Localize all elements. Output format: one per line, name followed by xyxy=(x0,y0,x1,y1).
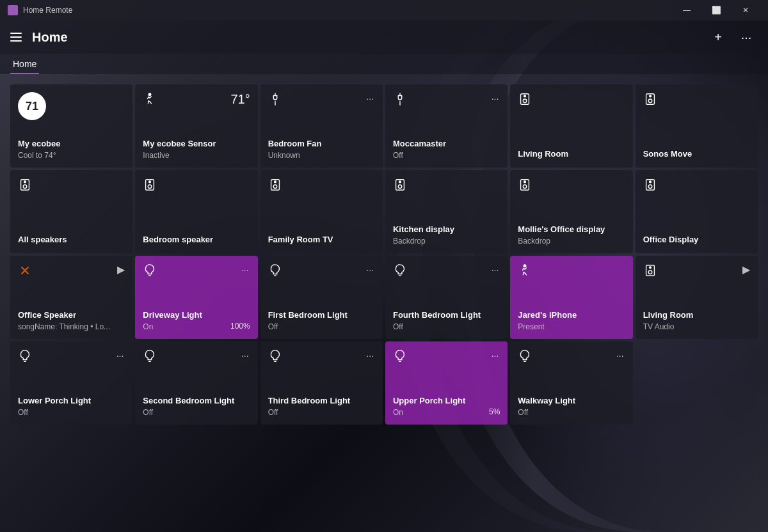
tile-status: Inactive xyxy=(143,151,250,160)
tile-upper-porch-light[interactable]: ··· Upper Porch Light On 5% xyxy=(385,341,508,425)
tile-menu-btn[interactable]: ··· xyxy=(365,92,375,105)
tile-jareds-iphone[interactable]: Jared's iPhone Present xyxy=(510,256,632,339)
bulb-icon xyxy=(393,349,407,366)
speaker-icon xyxy=(143,178,157,194)
minimize-button[interactable]: — xyxy=(672,0,701,20)
tile-name: Kitchen display xyxy=(393,224,500,235)
tile-bottom: Kitchen display Backdrop xyxy=(393,224,500,246)
tile-bottom: Sonos Move xyxy=(643,149,750,160)
tile-bottom: Upper Porch Light On 5% xyxy=(393,396,500,417)
tile-moccamaster[interactable]: ··· Moccamaster Off xyxy=(385,84,508,168)
tile-menu-btn[interactable]: ··· xyxy=(240,349,250,362)
svg-point-30 xyxy=(649,267,651,269)
maximize-button[interactable]: ⬜ xyxy=(701,0,731,20)
svg-point-9 xyxy=(24,181,26,183)
walk-icon xyxy=(143,92,157,109)
tile-living-room-tv[interactable]: ▶ Living Room TV Audio xyxy=(636,256,758,339)
tile-all-speakers[interactable]: All speakers xyxy=(10,170,132,253)
tile-first-bedroom-light[interactable]: ··· First Bedroom Light Off xyxy=(260,256,383,339)
tile-ecobee-sensor[interactable]: 71° My ecobee Sensor Inactive xyxy=(135,84,257,168)
play-btn[interactable]: ▶ xyxy=(742,263,750,276)
hamburger-menu[interactable] xyxy=(10,33,22,42)
tile-walkway-light[interactable]: ··· Walkway Light Off xyxy=(510,341,632,425)
tile-status: TV Audio xyxy=(643,322,750,331)
tile-top: ··· xyxy=(268,349,375,366)
more-button[interactable]: ··· xyxy=(735,26,758,49)
tile-name: Living Room xyxy=(518,149,625,160)
bulb-icon xyxy=(268,349,282,366)
tile-menu-btn[interactable]: ··· xyxy=(490,349,500,362)
tile-top xyxy=(518,178,625,194)
home-tab[interactable]: Home xyxy=(10,54,39,74)
tile-office-speaker[interactable]: ▶ Office Speaker songName: Thinking • Lo… xyxy=(10,256,132,339)
status-row: On 100% xyxy=(143,321,250,331)
tile-bottom: Office Display xyxy=(643,235,750,246)
tile-menu-btn[interactable]: ··· xyxy=(365,263,375,276)
tile-third-bedroom-light[interactable]: ··· Third Bedroom Light Off xyxy=(260,341,383,425)
tile-bedroom-fan[interactable]: ··· Bedroom Fan Unknown xyxy=(260,84,383,168)
tile-kitchen-display[interactable]: Kitchen display Backdrop xyxy=(385,170,508,253)
tile-mollies-office[interactable]: Mollie's Office display Backdrop xyxy=(510,170,632,253)
tile-top: ··· xyxy=(268,263,375,280)
tile-menu-btn[interactable]: ··· xyxy=(240,263,250,276)
tile-status: Off xyxy=(393,151,500,160)
tile-top: 71° xyxy=(143,92,250,109)
speaker-icon xyxy=(18,178,32,194)
tile-lower-porch-light[interactable]: ··· Lower Porch Light Off xyxy=(10,341,132,425)
tile-name: Walkway Light xyxy=(518,396,625,407)
tile-bottom: Moccamaster Off xyxy=(393,139,500,160)
tile-empty xyxy=(636,341,758,425)
tile-bottom: Living Room TV Audio xyxy=(643,310,750,331)
tile-status: On xyxy=(143,322,153,331)
speaker-icon xyxy=(643,263,657,280)
svg-point-21 xyxy=(524,181,526,183)
app-icon xyxy=(8,5,18,15)
tile-status: Off xyxy=(518,408,625,417)
tile-bedroom-speaker[interactable]: Bedroom speaker xyxy=(135,170,257,253)
app-header-title: Home xyxy=(32,30,707,45)
tile-menu-btn[interactable]: ··· xyxy=(115,349,125,362)
tile-name: Driveway Light xyxy=(143,310,250,321)
tile-driveway-light[interactable]: ··· Driveway Light On 100% xyxy=(135,256,257,339)
speaker-icon xyxy=(643,178,657,194)
tile-bottom: Third Bedroom Light Off xyxy=(268,396,375,417)
svg-point-8 xyxy=(23,185,27,189)
tile-name: My ecobee xyxy=(18,139,125,150)
tile-menu-btn[interactable]: ··· xyxy=(615,349,625,362)
tile-bottom: Bedroom Fan Unknown xyxy=(268,139,375,160)
add-button[interactable]: + xyxy=(707,26,730,49)
tile-family-room-tv[interactable]: Family Room TV xyxy=(260,170,383,253)
tile-sonos-move[interactable]: Sonos Move xyxy=(636,84,758,168)
tile-bottom: My ecobee Cool to 74° xyxy=(18,139,125,160)
tile-top xyxy=(393,178,500,194)
tile-menu-btn[interactable]: ··· xyxy=(490,92,500,105)
svg-point-14 xyxy=(273,185,277,189)
tile-fourth-bedroom-light[interactable]: ··· Fourth Bedroom Light Off xyxy=(385,256,508,339)
tile-menu-btn[interactable]: ··· xyxy=(490,263,500,276)
tile-ecobee[interactable]: 71 My ecobee Cool to 74° xyxy=(10,84,132,168)
svg-point-23 xyxy=(648,185,652,189)
tile-status: Backdrop xyxy=(518,237,625,246)
tile-bottom: Walkway Light Off xyxy=(518,396,625,417)
tile-office-display[interactable]: Office Display xyxy=(636,170,758,253)
speaker-icon xyxy=(268,178,282,194)
tile-name: Jared's iPhone xyxy=(518,310,625,321)
tile-bottom: First Bedroom Light Off xyxy=(268,310,375,331)
tile-top: ··· xyxy=(143,263,250,280)
tile-name: Upper Porch Light xyxy=(393,396,500,407)
tile-menu-btn[interactable]: ··· xyxy=(365,349,375,362)
tile-status: Off xyxy=(143,408,250,417)
plug-icon xyxy=(268,92,282,109)
bulb-icon xyxy=(143,263,157,280)
speaker-icon xyxy=(518,178,532,194)
tile-second-bedroom-light[interactable]: ··· Second Bedroom Light Off xyxy=(135,341,257,425)
tile-living-room-speaker[interactable]: Living Room xyxy=(510,84,632,168)
tile-name: Living Room xyxy=(643,310,750,321)
tile-status: Off xyxy=(268,322,375,331)
play-btn[interactable]: ▶ xyxy=(117,263,125,276)
close-button[interactable]: ✕ xyxy=(731,0,760,20)
svg-point-17 xyxy=(398,185,402,189)
tile-bottom: Driveway Light On 100% xyxy=(143,310,250,331)
tile-name: Second Bedroom Light xyxy=(143,396,250,407)
tile-bottom: Office Speaker songName: Thinking • Lo..… xyxy=(18,310,125,331)
